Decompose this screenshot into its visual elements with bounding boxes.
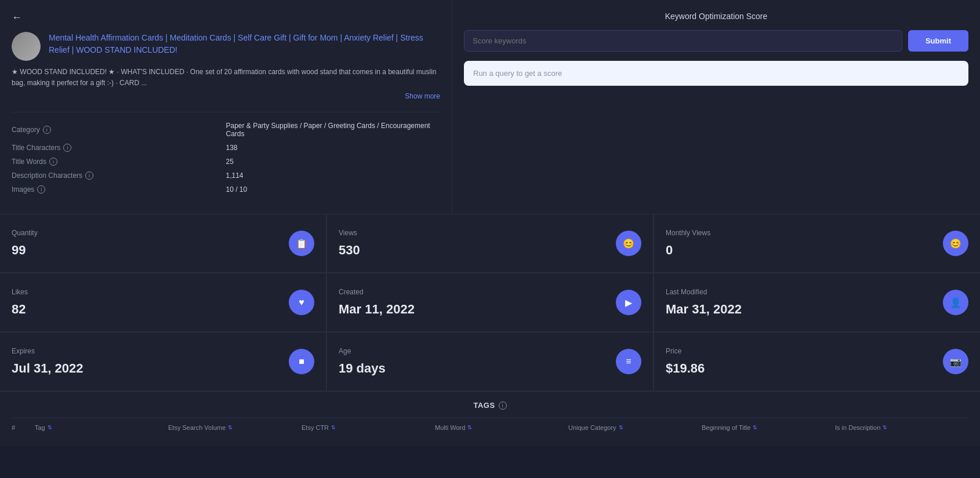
- category-label: Category i: [12, 122, 226, 138]
- stat-value: Jul 31, 2022: [12, 361, 84, 376]
- score-placeholder: Run a query to get a score: [464, 61, 968, 86]
- stat-label: Monthly Views: [666, 229, 710, 237]
- sort-icon: ⇅: [467, 425, 472, 430]
- stat-label: Views: [339, 229, 360, 237]
- keyword-input-row: Submit: [464, 30, 968, 52]
- stat-card: Monthly Views 0 😊: [654, 214, 980, 272]
- sort-icon: ⇅: [619, 425, 623, 430]
- stat-card: Age 19 days ≡: [327, 333, 653, 391]
- desc-chars-value: 1,114: [226, 172, 441, 180]
- stat-icon: 📋: [289, 231, 314, 256]
- stat-icon: ≡: [616, 349, 641, 374]
- tags-info-icon: i: [499, 402, 507, 410]
- sort-icon: ⇅: [883, 425, 887, 430]
- stat-card: Quantity 99 📋: [0, 214, 326, 272]
- kos-title: Keyword Optimization Score: [464, 12, 968, 21]
- stat-icon: ■: [289, 349, 314, 374]
- show-more-button[interactable]: Show more: [12, 92, 440, 100]
- stat-icon: ▶: [616, 290, 641, 315]
- title-words-info-icon: i: [49, 158, 57, 166]
- table-column-header[interactable]: Beginning of Title ⇅: [702, 424, 835, 431]
- stat-card: Likes 82 ♥: [0, 273, 326, 331]
- stat-content: Price $19.86: [666, 347, 705, 376]
- stat-label: Last Modified: [666, 288, 742, 296]
- title-words-value: 25: [226, 158, 441, 166]
- sort-icon: ⇅: [228, 425, 233, 430]
- stat-icon: 📷: [943, 349, 968, 374]
- sort-icon: ⇅: [753, 425, 757, 430]
- table-column-header[interactable]: Etsy CTR ⇅: [302, 424, 435, 431]
- back-button[interactable]: ←: [12, 12, 22, 24]
- category-value: Paper & Party Supplies / Paper / Greetin…: [226, 122, 441, 138]
- table-column-header[interactable]: Unique Category ⇅: [568, 424, 702, 431]
- tags-section: TAGS i #Tag ⇅Etsy Search Volume ⇅Etsy CT…: [0, 391, 980, 446]
- product-header: Mental Health Affirmation Cards | Medita…: [12, 32, 440, 61]
- stat-value: 0: [666, 243, 710, 258]
- images-info-icon: i: [37, 185, 45, 194]
- category-info-icon: i: [43, 126, 51, 134]
- stat-label: Likes: [12, 288, 28, 296]
- meta-grid: Category i Paper & Party Supplies / Pape…: [12, 112, 440, 194]
- stat-content: Age 19 days: [339, 347, 386, 376]
- stats-section: Quantity 99 📋 Views 530 😊 Monthly Views …: [0, 214, 980, 391]
- tags-title: TAGS: [473, 401, 495, 410]
- keyword-input[interactable]: [464, 30, 902, 52]
- stat-card: Last Modified Mar 31, 2022 👤: [654, 273, 980, 331]
- stat-value: 530: [339, 243, 360, 258]
- product-avatar: [12, 32, 41, 61]
- stat-label: Age: [339, 347, 386, 355]
- stat-content: Last Modified Mar 31, 2022: [666, 288, 742, 317]
- table-column-header[interactable]: Etsy Search Volume ⇅: [168, 424, 302, 431]
- stat-icon: 👤: [943, 290, 968, 315]
- stat-icon: ♥: [289, 290, 314, 315]
- stat-icon: 😊: [943, 231, 968, 256]
- table-column-header[interactable]: #: [12, 424, 35, 431]
- stat-label: Expires: [12, 347, 84, 355]
- stat-content: Expires Jul 31, 2022: [12, 347, 84, 376]
- images-value: 10 / 10: [226, 185, 441, 194]
- stat-value: 82: [12, 302, 28, 317]
- images-label: Images i: [12, 185, 226, 194]
- title-chars-value: 138: [226, 144, 441, 152]
- stat-content: Monthly Views 0: [666, 229, 710, 258]
- stat-label: Created: [339, 288, 415, 296]
- stat-value: 99: [12, 243, 38, 258]
- stat-label: Quantity: [12, 229, 38, 237]
- title-chars-info-icon: i: [63, 144, 71, 152]
- desc-chars-label: Description Characters i: [12, 172, 226, 180]
- stat-card: Views 530 😊: [327, 214, 653, 272]
- stat-card: Price $19.86 📷: [654, 333, 980, 391]
- tags-table-header: #Tag ⇅Etsy Search Volume ⇅Etsy CTR ⇅Mult…: [12, 418, 968, 437]
- tags-header: TAGS i: [12, 401, 968, 410]
- stat-content: Views 530: [339, 229, 360, 258]
- stat-content: Quantity 99: [12, 229, 38, 258]
- table-column-header[interactable]: Is in Description ⇅: [835, 424, 968, 431]
- title-words-label: Title Words i: [12, 158, 226, 166]
- stat-content: Likes 82: [12, 288, 28, 317]
- table-column-header[interactable]: Tag ⇅: [35, 424, 168, 431]
- stat-content: Created Mar 11, 2022: [339, 288, 415, 317]
- product-description: ★ WOOD STAND INCLUDED! ★ · WHAT'S INCLUD…: [12, 67, 440, 89]
- submit-button[interactable]: Submit: [908, 30, 968, 52]
- stat-value: $19.86: [666, 361, 705, 376]
- stat-value: 19 days: [339, 361, 386, 376]
- stat-value: Mar 11, 2022: [339, 302, 415, 317]
- stat-card: Created Mar 11, 2022 ▶: [327, 273, 653, 331]
- stat-card: Expires Jul 31, 2022 ■: [0, 333, 326, 391]
- desc-chars-info-icon: i: [85, 172, 93, 180]
- stat-label: Price: [666, 347, 705, 355]
- sort-icon: ⇅: [331, 425, 336, 430]
- left-panel: ← Mental Health Affirmation Cards | Medi…: [0, 0, 452, 214]
- title-chars-label: Title Characters i: [12, 144, 226, 152]
- right-panel: Keyword Optimization Score Submit Run a …: [452, 0, 980, 214]
- product-title: Mental Health Affirmation Cards | Medita…: [49, 32, 440, 61]
- stat-icon: 😊: [616, 231, 641, 256]
- sort-icon: ⇅: [48, 425, 52, 430]
- stat-value: Mar 31, 2022: [666, 302, 742, 317]
- table-column-header[interactable]: Multi Word ⇅: [435, 424, 568, 431]
